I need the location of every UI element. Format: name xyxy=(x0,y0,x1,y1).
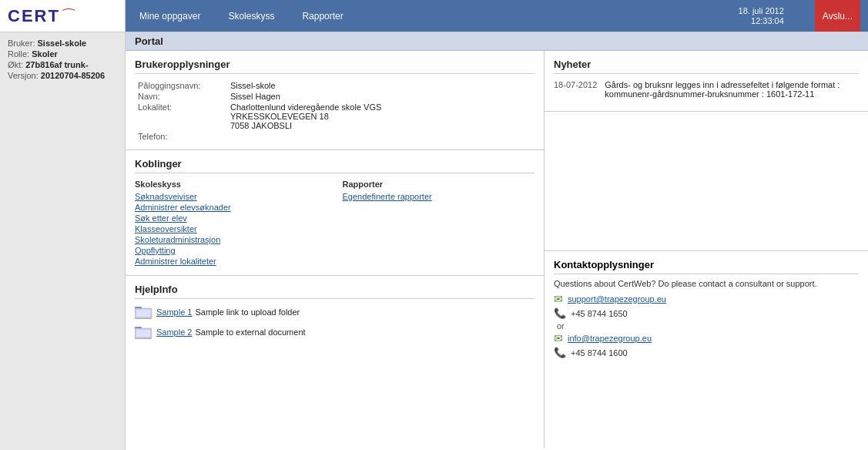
date-display: 18. juli 2012 xyxy=(739,6,784,15)
skoleskyss-col-title: Skoleskyss xyxy=(135,180,327,189)
sidebar-versjon-value: 20120704-85206 xyxy=(41,71,105,80)
header: CERT ⁀ Mine oppgaver Skoleskyss Rapporte… xyxy=(0,0,868,32)
koblinger-skoleskyss-col: Skoleskyss Søknadsveiviser Administrer e… xyxy=(135,180,327,267)
sidebar-rolle-value: Skoler xyxy=(32,49,58,59)
link-sok-etter-elev[interactable]: Søk etter elev xyxy=(135,213,327,223)
contact-phone1-row: 📞 +45 8744 1650 xyxy=(554,307,859,319)
contact-phone2-row: 📞 +45 8744 1600 xyxy=(554,347,859,358)
link-administrer-lokaliteter[interactable]: Administrer lokaliteter xyxy=(135,257,327,266)
contact-email1-link[interactable]: support@trapezegroup.eu xyxy=(568,294,666,304)
contact-intro: Questions about CertWeb? Do please conta… xyxy=(554,279,859,288)
time-display: 12:33:04 xyxy=(751,16,784,25)
palogging-label: Påloggingsnavn: xyxy=(135,80,227,91)
sidebar-okt-value: 27b816af trunk- xyxy=(25,60,88,69)
hjelpinfo-section: HjelpInfo Sample 1 Sample link to upload… xyxy=(126,276,544,353)
folder-icon-2 xyxy=(135,325,152,339)
avslu-button[interactable]: Avslu... xyxy=(815,0,860,32)
nyheter-section: Nyheter 18-07-2012 Gårds- og bruksnr leg… xyxy=(545,51,868,112)
link-skoleturadmin[interactable]: Skoleturadministrasjon xyxy=(135,235,327,244)
contact-phone1-text: +45 8744 1650 xyxy=(571,309,628,318)
left-col: Brukeropplysninger Påloggingsnavn: Sisse… xyxy=(126,51,545,448)
koblinger-cols: Skoleskyss Søknadsveiviser Administrer e… xyxy=(135,180,535,267)
nav-mine-oppgaver[interactable]: Mine oppgaver xyxy=(133,8,206,25)
telefon-label: Telefon: xyxy=(135,131,227,142)
sidebar-okt-label: Økt: xyxy=(8,60,23,69)
help-link-1[interactable]: Sample 1 xyxy=(156,307,192,317)
news-row-1: 18-07-2012 Gårds- og bruksnr legges inn … xyxy=(554,80,859,99)
koblinger-rapporter-col: Rapporter Egendefinerte rapporter xyxy=(343,180,535,267)
sidebar-bruker-value: Sissel-skole xyxy=(38,39,87,48)
contact-email2-row: ✉ info@trapezegroup.eu xyxy=(554,332,859,344)
link-egendefinerte[interactable]: Egendefinerte rapporter xyxy=(343,192,535,201)
koblinger-title: Koblinger xyxy=(135,158,535,173)
rapporter-col-title: Rapporter xyxy=(343,180,535,189)
sidebar-rolle-row: Rolle: Skoler xyxy=(8,49,117,59)
email-icon-1: ✉ xyxy=(554,293,563,305)
link-oppflytting[interactable]: Oppflytting xyxy=(135,246,327,255)
lokalitet-label: Lokalitet: xyxy=(135,102,227,131)
sidebar: Bruker: Sissel-skole Rolle: Skoler Økt: … xyxy=(0,32,126,450)
sidebar-rolle-label: Rolle: xyxy=(8,49,29,59)
or-text: or xyxy=(554,321,859,331)
sidebar-bruker-label: Bruker: xyxy=(8,39,35,48)
sidebar-versjon-row: Versjon: 20120704-85206 xyxy=(8,71,117,80)
news-text-1: Gårds- og bruksnr legges inn i adressefe… xyxy=(605,80,859,99)
link-soknadsveiviser[interactable]: Søknadsveiviser xyxy=(135,192,327,201)
help-link-2[interactable]: Sample 2 xyxy=(156,327,192,337)
svg-rect-7 xyxy=(136,330,150,337)
navn-label: Navn: xyxy=(135,91,227,102)
sidebar-bruker-row: Bruker: Sissel-skole xyxy=(8,39,117,48)
email-icon-2: ✉ xyxy=(554,332,563,344)
info-row-lokalitet: Lokalitet: Charlottenlund videregående s… xyxy=(135,102,535,131)
brukeropplysninger-title: Brukeropplysninger xyxy=(135,59,535,74)
main-layout: Bruker: Sissel-skole Rolle: Skoler Økt: … xyxy=(0,32,868,450)
news-date-1: 18-07-2012 xyxy=(554,80,597,99)
hjelpinfo-title: HjelpInfo xyxy=(135,284,535,299)
palogging-value: Sissel-skole xyxy=(227,80,535,91)
logo-area: CERT ⁀ xyxy=(0,0,126,32)
brukeropplysninger-section: Brukeropplysninger Påloggingsnavn: Sisse… xyxy=(126,51,544,150)
contact-email2-link[interactable]: info@trapezegroup.eu xyxy=(568,334,652,343)
contact-phone2-text: +45 8744 1600 xyxy=(571,348,628,358)
brukeropplysninger-table: Påloggingsnavn: Sissel-skole Navn: Sisse… xyxy=(135,80,535,142)
koblinger-section: Koblinger Skoleskyss Søknadsveiviser Adm… xyxy=(126,150,544,276)
info-row-navn: Navn: Sissel Hagen xyxy=(135,91,535,102)
header-right: 18. juli 2012 12:33:04 xyxy=(676,6,792,25)
content: Portal Brukeropplysninger Påloggingsnavn… xyxy=(126,32,868,450)
logo-text: CERT xyxy=(8,6,60,26)
nav-skoleskyss[interactable]: Skoleskyss xyxy=(222,8,280,25)
svg-rect-3 xyxy=(136,310,150,317)
right-col: Nyheter 18-07-2012 Gårds- og bruksnr leg… xyxy=(545,51,868,448)
nav-rapporter[interactable]: Rapporter xyxy=(296,8,349,25)
kontaktopplysninger-section: Kontaktopplysninger Questions about Cert… xyxy=(545,250,868,368)
phone-icon-2: 📞 xyxy=(554,347,566,358)
link-administrer-elev[interactable]: Administrer elevsøknader xyxy=(135,203,327,212)
folder-icon-1 xyxy=(135,305,152,319)
nyheter-title: Nyheter xyxy=(554,59,859,74)
logo-icon: ⁀ xyxy=(63,8,74,25)
nav-area: Mine oppgaver Skoleskyss Rapporter 18. j… xyxy=(126,0,868,32)
info-row-palogging: Påloggingsnavn: Sissel-skole xyxy=(135,80,535,91)
kontaktopplysninger-title: Kontaktopplysninger xyxy=(554,259,859,274)
date-text: 18. juli 2012 xyxy=(739,6,784,15)
telefon-value xyxy=(227,131,535,142)
help-link-text-1: Sample link to upload folder xyxy=(195,307,300,317)
phone-icon-1: 📞 xyxy=(554,307,566,319)
sidebar-versjon-label: Versjon: xyxy=(8,71,39,80)
help-item-1: Sample 1 Sample link to upload folder xyxy=(135,305,535,319)
info-row-telefon: Telefon: xyxy=(135,131,535,142)
sidebar-okt-row: Økt: 27b816af trunk- xyxy=(8,60,117,69)
two-col: Brukeropplysninger Påloggingsnavn: Sisse… xyxy=(126,51,868,448)
link-klasseoversikter[interactable]: Klasseoversikter xyxy=(135,224,327,233)
navn-value: Sissel Hagen xyxy=(227,91,535,102)
help-link-text-2: Sample to external document xyxy=(195,327,305,337)
lokalitet-value: Charlottenlund videregående skole VGSYRK… xyxy=(227,102,535,131)
contact-email1-row: ✉ support@trapezegroup.eu xyxy=(554,293,859,305)
portal-title: Portal xyxy=(126,32,868,51)
help-item-2: Sample 2 Sample to external document xyxy=(135,325,535,339)
